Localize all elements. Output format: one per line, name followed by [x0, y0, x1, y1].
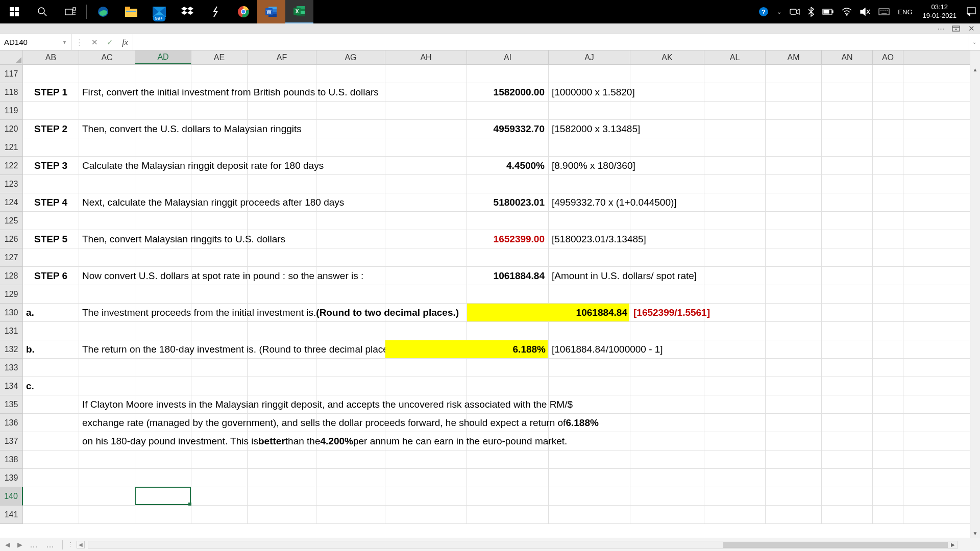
- formula-input[interactable]: [133, 34, 968, 50]
- enter-icon[interactable]: ✓: [102, 38, 117, 47]
- volume-icon[interactable]: [856, 0, 874, 23]
- cell-text: STEP 2: [32, 120, 69, 138]
- row-header[interactable]: 132: [0, 340, 23, 359]
- svg-marker-17: [181, 7, 187, 11]
- cell-text: b.: [24, 340, 37, 358]
- search-button[interactable]: [28, 0, 56, 23]
- row-header[interactable]: 122: [0, 157, 23, 175]
- edge-icon[interactable]: [89, 0, 117, 23]
- row-header[interactable]: 117: [0, 65, 23, 83]
- row-header[interactable]: 131: [0, 322, 23, 340]
- svg-line-5: [44, 13, 46, 16]
- keyboard-icon[interactable]: [874, 0, 894, 23]
- svg-rect-44: [824, 10, 829, 13]
- row-header[interactable]: 125: [0, 212, 23, 230]
- wifi-icon[interactable]: [838, 0, 856, 23]
- scroll-right-icon[interactable]: ▶: [949, 542, 957, 547]
- clock[interactable]: 03:12 19-01-2021: [917, 3, 963, 20]
- row-header[interactable]: 127: [0, 248, 23, 267]
- task-view-button[interactable]: [56, 0, 84, 23]
- tray-chevron-icon[interactable]: ⌄: [773, 0, 786, 23]
- dropbox-icon[interactable]: [173, 0, 201, 23]
- row-header[interactable]: 134: [0, 377, 23, 395]
- row-header[interactable]: 138: [0, 450, 23, 469]
- column-header[interactable]: AC: [79, 51, 135, 64]
- row-header[interactable]: 129: [0, 285, 23, 304]
- column-header[interactable]: AH: [385, 51, 467, 64]
- column-header[interactable]: AN: [822, 51, 873, 64]
- column-header[interactable]: AE: [191, 51, 248, 64]
- start-button[interactable]: [0, 0, 28, 23]
- sheet-tab[interactable]: …: [28, 540, 41, 549]
- row-header[interactable]: 124: [0, 193, 23, 212]
- column-header[interactable]: AO: [873, 51, 903, 64]
- column-header[interactable]: AJ: [549, 51, 630, 64]
- svg-text:W: W: [266, 9, 272, 15]
- sheet-navigation: ◀ ▶ … … ⋮ ◀: [0, 538, 88, 551]
- cancel-icon[interactable]: ✕: [87, 38, 102, 47]
- column-header[interactable]: AK: [630, 51, 704, 64]
- meet-now-icon[interactable]: [786, 0, 804, 23]
- cell-text: [Amount in U.S. dollars/ spot rate]: [550, 267, 699, 285]
- help-icon[interactable]: ?: [754, 0, 773, 23]
- column-header[interactable]: AD: [135, 51, 191, 64]
- expand-formula-bar-icon[interactable]: ⌄: [968, 34, 980, 50]
- row-header[interactable]: 120: [0, 120, 23, 138]
- bluetooth-icon[interactable]: [804, 0, 818, 23]
- name-box-dropdown-icon[interactable]: ▼: [62, 40, 67, 45]
- horizontal-scrollbar[interactable]: ▶: [88, 541, 958, 549]
- file-explorer-icon[interactable]: [117, 0, 145, 23]
- ribbon-display-icon[interactable]: [950, 24, 962, 33]
- svg-marker-20: [187, 11, 193, 15]
- select-all-button[interactable]: [0, 51, 23, 64]
- row-header[interactable]: 121: [0, 138, 23, 157]
- scroll-down-icon[interactable]: ▼: [970, 529, 980, 538]
- battery-icon[interactable]: [818, 0, 838, 23]
- sheet-prev-icon[interactable]: ◀: [3, 541, 12, 548]
- excel-icon[interactable]: X: [285, 0, 313, 23]
- language-indicator[interactable]: ENG: [894, 0, 916, 23]
- column-header[interactable]: AL: [704, 51, 766, 64]
- cell-text: [1582000 x 3.13485]: [550, 120, 642, 138]
- column-header[interactable]: AF: [248, 51, 316, 64]
- fx-icon[interactable]: fx: [117, 38, 133, 47]
- mail-icon[interactable]: 99+: [145, 0, 173, 23]
- row-header[interactable]: 135: [0, 395, 23, 414]
- cell-text: Then, convert Malaysian ringgits to U.S.…: [80, 230, 287, 248]
- row-header[interactable]: 119: [0, 102, 23, 120]
- row-header[interactable]: 139: [0, 469, 23, 487]
- column-header[interactable]: AI: [467, 51, 549, 64]
- vertical-scrollbar[interactable]: ▲ ▼: [970, 51, 980, 538]
- name-box[interactable]: AD140 ▼: [0, 34, 71, 50]
- grid-rows[interactable]: 117118STEP 1First, convert the initial i…: [0, 65, 980, 538]
- column-header[interactable]: AM: [766, 51, 822, 64]
- word-icon[interactable]: W: [257, 0, 285, 23]
- sheet-scroll-left-icon[interactable]: ◀: [77, 541, 85, 548]
- app-icon[interactable]: [201, 0, 229, 23]
- ribbon-collapse-bar: ⋯ ✕: [0, 23, 980, 34]
- scrollbar-thumb[interactable]: [723, 542, 948, 548]
- row-header[interactable]: 130: [0, 304, 23, 322]
- row-header[interactable]: 136: [0, 414, 23, 432]
- sheet-tab[interactable]: …: [44, 540, 57, 549]
- row-header[interactable]: 128: [0, 267, 23, 285]
- row-header[interactable]: 140: [0, 487, 23, 506]
- time: 03:12: [923, 3, 957, 12]
- row-header[interactable]: 118: [0, 83, 23, 102]
- row-header[interactable]: 137: [0, 432, 23, 450]
- row-header[interactable]: 123: [0, 175, 23, 193]
- scroll-up-icon[interactable]: ▲: [970, 65, 980, 74]
- more-icon[interactable]: ⋯: [935, 24, 946, 33]
- close-icon[interactable]: ✕: [966, 24, 977, 33]
- notifications-icon[interactable]: [963, 0, 980, 23]
- row-header[interactable]: 126: [0, 230, 23, 248]
- cell-text: Calculate the Malaysian ringgit deposit …: [80, 157, 326, 174]
- column-header[interactable]: AG: [316, 51, 385, 64]
- cell-text: STEP 3: [32, 157, 69, 174]
- row-header[interactable]: 133: [0, 359, 23, 377]
- column-header[interactable]: AB: [23, 51, 79, 64]
- chrome-icon[interactable]: [229, 0, 257, 23]
- sheet-next-icon[interactable]: ▶: [15, 541, 24, 548]
- row-header[interactable]: 141: [0, 506, 23, 524]
- svg-text:?: ?: [762, 8, 766, 16]
